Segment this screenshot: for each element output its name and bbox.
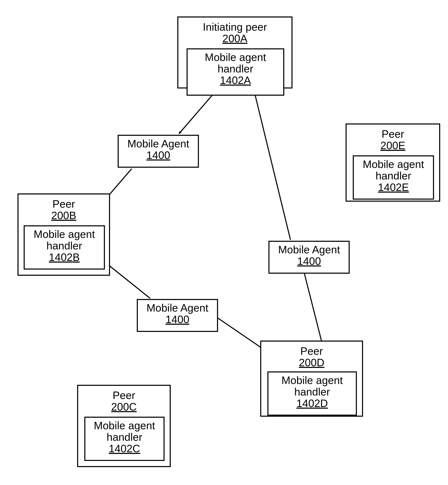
peer-e-handler-title-1: Mobile agent (354, 158, 433, 170)
mobile-agent-ab: Mobile Agent 1400 (118, 135, 199, 168)
peer-d-handler-id: 1402D (268, 397, 356, 409)
peer-a-id: 200A (178, 33, 291, 44)
peer-d-handler: Mobile agent handler 1402D (267, 372, 357, 416)
mobile-agent-ab-title: Mobile Agent (119, 138, 198, 149)
peer-c: Peer 200C Mobile agent handler 1402C (77, 385, 171, 467)
mobile-agent-bd: Mobile Agent 1400 (137, 299, 218, 332)
peer-e-handler-title-2: handler (354, 170, 433, 181)
peer-d-id: 200D (261, 357, 362, 368)
peer-c-handler-id: 1402C (85, 443, 164, 454)
mobile-agent-da-id: 1400 (270, 255, 349, 267)
diagram-stage: Initiating peer 200A Mobile agent handle… (0, 0, 448, 485)
peer-d-handler-title-2: handler (268, 386, 356, 397)
peer-a-handler: Mobile agent handler 1402A (187, 48, 284, 96)
peer-b-handler-title-2: handler (25, 240, 104, 251)
mobile-agent-ab-id: 1400 (119, 149, 198, 161)
peer-c-handler: Mobile agent handler 1402C (84, 417, 165, 461)
peer-a-handler-id: 1402A (188, 74, 283, 86)
peer-a-handler-title-1: Mobile agent (188, 51, 283, 63)
peer-c-id: 200C (78, 401, 170, 412)
peer-e-handler: Mobile agent handler 1402E (353, 155, 434, 200)
peer-b-handler-title-1: Mobile agent (25, 228, 104, 240)
mobile-agent-bd-title: Mobile Agent (138, 302, 217, 314)
mobile-agent-bd-id: 1400 (138, 314, 217, 325)
peer-a-title: Initiating peer (178, 21, 291, 33)
peer-b-handler: Mobile agent handler 1402B (24, 225, 105, 270)
peer-a-handler-title-2: handler (188, 63, 283, 74)
peer-d: Peer 200D Mobile agent handler 1402D (260, 340, 363, 417)
peer-b-title: Peer (18, 198, 109, 210)
peer-a: Initiating peer 200A Mobile agent handle… (177, 16, 293, 89)
mobile-agent-da-title: Mobile Agent (270, 244, 349, 255)
svg-line-2 (109, 266, 150, 298)
peer-c-handler-title-1: Mobile agent (85, 420, 164, 431)
peer-c-title: Peer (78, 389, 170, 401)
peer-c-handler-title-2: handler (85, 431, 164, 443)
peer-e: Peer 200E Mobile agent handler 1402E (345, 123, 440, 202)
peer-e-title: Peer (347, 128, 439, 140)
svg-line-4 (304, 274, 322, 343)
peer-e-id: 200E (347, 140, 439, 151)
peer-d-title: Peer (261, 345, 362, 357)
peer-b-handler-id: 1402B (25, 251, 104, 263)
peer-b: Peer 200B Mobile agent handler 1402B (17, 194, 110, 276)
mobile-agent-da: Mobile Agent 1400 (268, 241, 350, 274)
peer-b-id: 200B (18, 210, 109, 221)
peer-e-handler-id: 1402E (354, 181, 433, 193)
svg-line-5 (254, 90, 290, 240)
peer-d-handler-title-1: Mobile agent (268, 374, 356, 386)
